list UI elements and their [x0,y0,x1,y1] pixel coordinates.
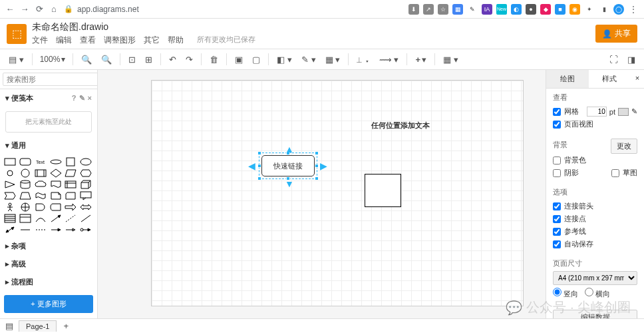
pageview-checkbox[interactable] [553,121,561,129]
url-box[interactable]: 🔒 app.diagrams.net [64,5,139,14]
shape-arrow-r[interactable] [65,202,77,212]
shape-trapezoid[interactable] [19,191,31,200]
shape-tape[interactable] [35,191,47,200]
shadow-toggle-icon[interactable]: ▦ ▾ [322,53,344,67]
more-shapes-button[interactable]: + 更多图形 [4,295,93,313]
sketch-checkbox[interactable] [611,169,619,177]
to-back-icon[interactable]: ▢ [249,53,263,67]
ext-icon[interactable]: IA [482,4,492,15]
flowchart-header[interactable]: ▸ 流程图 [0,273,97,291]
ext-icon[interactable]: ▦ [452,4,463,15]
shape-square[interactable] [65,157,77,166]
canvas[interactable]: 任何位置添加文本 ◀ ▶ ▲ ▼ 快速链接 [98,70,546,318]
search-input[interactable] [3,73,98,86]
guides-checkbox[interactable] [553,228,561,236]
shape-cylinder[interactable] [19,180,31,189]
fill-color-icon[interactable]: ◧ ▾ [273,53,295,67]
landscape-radio[interactable] [585,288,593,296]
tab-style[interactable]: 样式 [589,70,631,88]
fullscreen-icon[interactable]: ⛶ [606,53,621,67]
zoom-out-icon[interactable]: 🔍 [98,53,115,67]
shape-ellipse-wide[interactable] [50,157,62,166]
sidebar-toggle-icon[interactable]: ▤ ▾ [5,53,27,67]
edit-data-button[interactable]: 编辑数据 [553,310,637,318]
home-icon[interactable]: ⌂ [49,5,59,14]
menu-file[interactable]: 文件 [32,35,48,46]
shape-connector5[interactable] [80,225,92,234]
shape-and[interactable] [35,202,47,212]
shape-line-arrow[interactable] [50,214,62,223]
scratchpad-drop[interactable]: 把元素拖至此处 [5,111,92,133]
insert-icon[interactable]: + ▾ [412,53,430,67]
shape-text[interactable]: Text [35,157,47,166]
ext-icon[interactable]: ☆ [438,4,448,15]
profile-icon[interactable]: ◯ [613,4,624,15]
shape-rounded[interactable] [19,157,31,166]
shape-note[interactable] [50,191,62,200]
zoom-reset-icon[interactable]: ⊞ [142,53,156,67]
connect-arrow-right-icon[interactable]: ▶ [320,161,327,171]
shape-line-dash[interactable] [65,214,77,223]
menu-arrange[interactable]: 调整图形 [104,35,136,46]
ext-icon[interactable]: ⬇ [408,4,419,15]
delete-icon[interactable]: 🗑 [206,53,222,67]
shape-actor[interactable] [4,202,16,212]
zoom-select[interactable]: 100% ▾ [37,53,69,65]
shape-cloud[interactable] [35,180,47,189]
shape-internal[interactable] [65,180,77,189]
shape-connector3[interactable] [50,225,62,234]
shape-process[interactable] [35,168,47,178]
shape-step[interactable] [4,191,16,200]
shape-datastore[interactable] [50,202,62,212]
paper[interactable]: 任何位置添加文本 ◀ ▶ ▲ ▼ 快速链接 [151,80,524,306]
ext-icon[interactable]: ■ [555,4,565,15]
shape-list2[interactable] [19,214,31,223]
ext-icon[interactable]: ◆ [540,4,551,15]
table-icon[interactable]: ▦ ▾ [440,53,462,67]
add-page-icon[interactable]: + [59,321,73,331]
paper-size-select[interactable]: A4 (210 mm x 297 mm) [553,271,637,285]
line-color-icon[interactable]: ✎ ▾ [298,53,319,67]
shape-curve[interactable] [35,214,47,223]
shape-arrow-bi[interactable] [80,202,92,212]
selected-shape[interactable]: 快速链接 [261,155,315,176]
shape-circle[interactable] [19,168,31,178]
shape-document[interactable] [50,180,62,189]
close-icon[interactable]: × [88,94,92,103]
shape-or[interactable] [19,202,31,212]
change-button[interactable]: 更改 [611,139,637,154]
shape-hexagon[interactable] [80,168,92,178]
shape-callout[interactable] [80,191,92,200]
shape-ellipse[interactable] [80,157,92,166]
canvas-text-label[interactable]: 任何位置添加文本 [371,121,430,131]
rectangle-shape[interactable] [365,174,401,207]
ext-icon[interactable]: ● [526,4,536,15]
menu-edit[interactable]: 编辑 [56,35,72,46]
shape-card[interactable] [65,191,77,200]
menu-view[interactable]: 查看 [80,35,96,46]
connect-arrow-up-icon[interactable]: ▲ [285,144,294,155]
doc-title[interactable]: 未命名绘图.drawio [32,21,255,33]
redo-icon[interactable]: ↷ [182,53,196,67]
ext-icon[interactable]: ◉ [569,4,580,15]
shape-line[interactable] [80,214,92,223]
menu-extras[interactable]: 其它 [144,35,160,46]
to-front-icon[interactable]: ▣ [232,53,246,67]
connpoints-checkbox[interactable] [553,215,561,223]
general-header[interactable]: ▾ 通用 [0,137,97,155]
misc-header[interactable]: ▸ 杂项 [0,237,97,255]
portrait-radio[interactable] [553,288,562,296]
connect-arrow-down-icon[interactable]: ▼ [285,178,294,189]
app-logo[interactable]: ⬚ [7,24,27,44]
scratchpad-header[interactable]: ▾ 便笺本 ?✎× [0,89,97,107]
zoom-fit-icon[interactable]: ⊡ [125,53,139,67]
shape-line-bi[interactable] [4,225,16,234]
shape-rect[interactable] [4,157,16,166]
shape-connector4[interactable] [65,225,77,234]
help-icon[interactable]: ? [72,94,77,103]
shadow-checkbox[interactable] [553,169,561,177]
shape-diamond[interactable] [50,168,62,178]
tab-diagram[interactable]: 绘图 [546,70,589,88]
share-button[interactable]: 👤 共享 [595,25,637,43]
ext-icon[interactable]: ◐ [511,4,522,15]
